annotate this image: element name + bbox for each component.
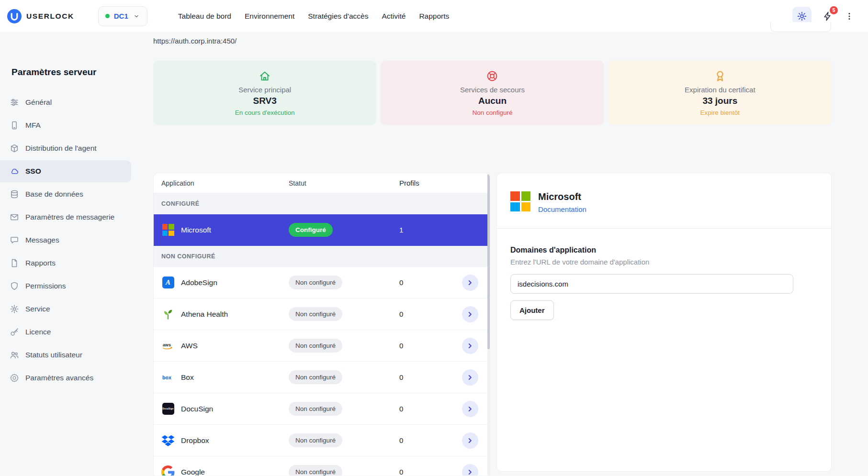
top-navbar: USERLOCK DC1 Tableau de bordEnvironnemen…: [0, 0, 868, 32]
users-icon: [10, 350, 19, 360]
domains-section-title: Domaines d'application: [510, 246, 818, 255]
mail-icon: [10, 212, 19, 222]
badge-icon: [10, 281, 19, 291]
nav-link-activite[interactable]: Activité: [382, 12, 406, 21]
status-badge: Non configuré: [289, 370, 342, 384]
server-name: DC1: [114, 12, 128, 20]
docusign-logo: DocuSign: [161, 402, 175, 416]
nav-link-rapports[interactable]: Rapports: [419, 12, 449, 21]
app-name: AdobeSign: [181, 278, 217, 287]
brand-name: USERLOCK: [26, 12, 74, 21]
sso-url-text: https://auth.corp.intra:450/: [153, 37, 832, 45]
database-icon: [10, 189, 19, 199]
status-cards: Service principal SRV3 En cours d'exécut…: [153, 61, 832, 125]
domain-input[interactable]: [510, 274, 793, 294]
file-icon: [10, 258, 19, 268]
open-app-button[interactable]: [462, 338, 478, 354]
sidebar-item-label: Paramètres de messagerie: [25, 213, 114, 221]
nav-link-strategies-d-acces[interactable]: Stratégies d'accès: [308, 12, 368, 21]
card-title: Service principal: [238, 86, 291, 94]
chevron-right-icon: [466, 310, 474, 319]
sidebar-item-sso[interactable]: SSO: [0, 160, 131, 182]
server-selector[interactable]: DC1: [98, 6, 147, 26]
sidebar-item-statuts-utilisateur[interactable]: Statuts utilisateur: [0, 344, 131, 366]
sidebar-item-parametres-de-messagerie[interactable]: Paramètres de messagerie: [0, 206, 131, 228]
card-value: 33 jours: [702, 96, 737, 106]
app-row-adobesign[interactable]: A AdobeSign Non configuré 0: [154, 267, 490, 299]
status-badge: Configuré: [289, 223, 333, 237]
documentation-link[interactable]: Documentation: [538, 205, 586, 213]
sliders-icon: [10, 98, 19, 107]
table-scrollbar[interactable]: [487, 173, 490, 476]
main-nav: Tableau de bordEnvironnementStratégies d…: [178, 12, 449, 21]
detail-panel-header: Microsoft Documentation: [497, 173, 831, 229]
sidebar-item-label: Général: [25, 98, 52, 107]
app-row-aws[interactable]: aws AWS Non configuré 0: [154, 330, 490, 362]
server-status-dot: [105, 14, 110, 18]
table-header: Application Statut Profils: [154, 173, 490, 193]
chevron-right-icon: [466, 342, 474, 350]
google-logo: [161, 465, 175, 476]
app-detail-panel: Microsoft Documentation Domaines d'appli…: [496, 173, 832, 472]
app-row-dropbox[interactable]: Dropbox Non configuré 0: [154, 425, 490, 456]
microsoft-logo: [510, 191, 530, 211]
athenahealth-logo: [161, 308, 175, 321]
sidebar-item-label: Messages: [25, 236, 59, 244]
open-app-button[interactable]: [462, 275, 478, 291]
chevron-right-icon: [466, 405, 474, 413]
open-app-button[interactable]: [462, 401, 478, 417]
more-menu-button[interactable]: [843, 9, 856, 23]
sidebar-item-service[interactable]: Service: [0, 298, 131, 320]
detail-panel-body: Domaines d'application Entrez l'URL de v…: [497, 229, 831, 337]
sidebar-item-label: Paramètres avancés: [25, 374, 93, 382]
app-table-body: CONFIGURÉ Microsoft Configuré 1 NON CONF…: [154, 193, 490, 476]
app-row-microsoft[interactable]: Microsoft Configuré 1: [154, 214, 490, 246]
chevron-right-icon: [466, 468, 474, 476]
sidebar-item-base-de-donnees[interactable]: Base de données: [0, 183, 131, 205]
profiles-count: 0: [399, 436, 452, 444]
detail-app-name: Microsoft: [538, 191, 586, 202]
chevron-right-icon: [466, 373, 474, 382]
box-logo: box: [161, 371, 175, 384]
app-name: DocuSign: [181, 405, 213, 413]
status-badge: Non configuré: [289, 465, 342, 476]
profiles-count: 0: [399, 405, 452, 413]
dropbox-logo: [161, 434, 175, 447]
open-app-button[interactable]: [462, 432, 478, 449]
sidebar-item-licence[interactable]: Licence: [0, 321, 131, 343]
sidebar-item-parametres-avances[interactable]: Paramètres avancés: [0, 367, 131, 389]
nav-link-tableau-de-bord[interactable]: Tableau de bord: [178, 12, 231, 21]
app-row-google[interactable]: Google Non configuré 0: [154, 456, 490, 476]
sidebar-item-label: Permissions: [25, 282, 66, 290]
sidebar-item-general[interactable]: Général: [0, 91, 131, 113]
sidebar-item-distribution-de-l-agent[interactable]: Distribution de l'agent: [0, 137, 131, 159]
add-domain-button[interactable]: Ajouter: [510, 300, 554, 320]
app-row-docusign[interactable]: DocuSign DocuSign Non configuré 0: [154, 393, 490, 425]
open-app-button[interactable]: [462, 369, 478, 386]
svg-text:box: box: [162, 374, 171, 380]
gear-icon: [797, 11, 807, 22]
sidebar: Paramètres serveur Général MFA Distribut…: [0, 32, 131, 476]
sidebar-item-label: Rapports: [25, 259, 56, 267]
card-title: Expiration du certificat: [685, 86, 755, 94]
domains-section-hint: Entrez l'URL de votre domaine d'applicat…: [510, 258, 818, 266]
status-badge: Non configuré: [289, 339, 342, 353]
sidebar-item-mfa[interactable]: MFA: [0, 114, 131, 136]
app-name: Microsoft: [181, 226, 211, 234]
key-icon: [10, 327, 19, 337]
app-row-athena-health[interactable]: Athena Health Non configuré 0: [154, 299, 490, 330]
phone-icon: [10, 121, 19, 130]
sidebar-item-messages[interactable]: Messages: [0, 229, 131, 251]
sidebar-item-label: SSO: [25, 167, 41, 176]
open-app-button[interactable]: [462, 464, 478, 476]
open-app-button[interactable]: [462, 306, 478, 322]
sidebar-item-rapports[interactable]: Rapports: [0, 252, 131, 274]
partial-scrolled-button[interactable]: [770, 22, 831, 32]
status-badge: Non configuré: [289, 276, 342, 289]
home-icon: [259, 70, 271, 82]
award-icon: [714, 70, 726, 82]
sidebar-item-permissions[interactable]: Permissions: [0, 275, 131, 297]
table-scrollbar-thumb[interactable]: [487, 174, 490, 349]
nav-link-environnement[interactable]: Environnement: [245, 12, 294, 21]
app-row-box[interactable]: box Box Non configuré 0: [154, 362, 490, 393]
